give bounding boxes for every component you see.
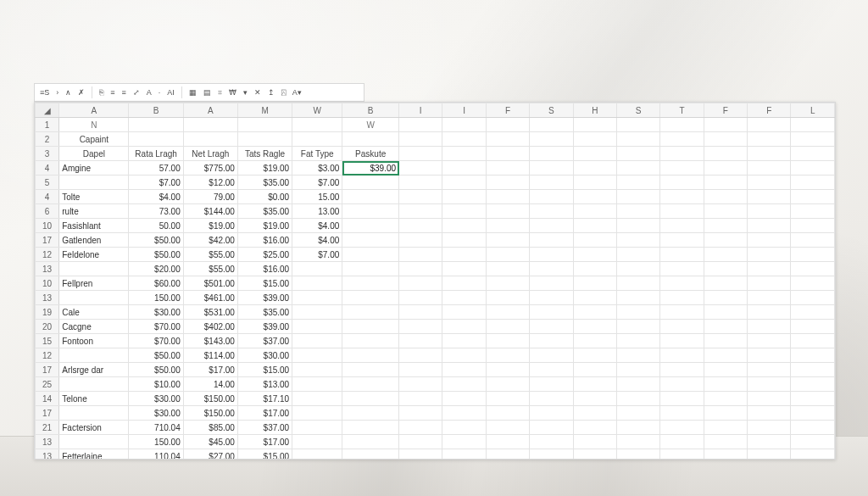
row-header[interactable]: 17 xyxy=(36,233,59,248)
cell[interactable]: $25.00 xyxy=(237,248,292,262)
cell[interactable] xyxy=(342,348,399,363)
toolbar-button[interactable]: ∧ xyxy=(64,88,73,98)
cell[interactable]: 79.00 xyxy=(183,190,237,204)
cell[interactable] xyxy=(486,291,529,305)
table-row[interactable]: 10Fasishlant50.00$19.00$19.00$4.00 xyxy=(36,219,835,233)
cell[interactable]: $20.00 xyxy=(129,262,183,276)
toolbar-button[interactable]: ↥ xyxy=(266,88,276,98)
cell[interactable] xyxy=(791,377,835,392)
cell[interactable] xyxy=(660,161,704,176)
cell[interactable] xyxy=(704,449,747,460)
cell[interactable]: Cacgne xyxy=(59,320,129,334)
cell[interactable]: 710.04 xyxy=(129,421,183,435)
cell[interactable]: $37.00 xyxy=(237,421,292,435)
cell[interactable] xyxy=(399,305,442,320)
cell[interactable]: Amgine xyxy=(59,161,129,176)
cell[interactable] xyxy=(442,176,486,190)
toolbar-button[interactable]: A xyxy=(145,88,153,98)
cell[interactable] xyxy=(748,233,791,248)
cell[interactable] xyxy=(704,132,747,147)
cell[interactable] xyxy=(704,334,747,348)
cell[interactable]: rulte xyxy=(59,204,129,219)
cell[interactable]: $531.00 xyxy=(183,305,237,320)
cell[interactable] xyxy=(660,449,704,460)
cell[interactable] xyxy=(342,276,399,291)
cell[interactable] xyxy=(748,204,791,219)
cell[interactable] xyxy=(342,320,399,334)
cell[interactable] xyxy=(292,377,342,392)
table-row[interactable]: 6rulte73.00$144.00$35.0013.00 xyxy=(36,204,835,219)
cell[interactable]: Fasishlant xyxy=(59,219,129,233)
cell[interactable] xyxy=(616,248,659,262)
cell[interactable] xyxy=(530,421,573,435)
table-row[interactable]: 17Arlsrge dar$50.00$17.00$15.00 xyxy=(36,363,835,377)
cell[interactable] xyxy=(486,176,529,190)
cell[interactable]: $17.00 xyxy=(237,406,292,421)
cell[interactable] xyxy=(442,377,486,392)
cell[interactable]: Rata Lragh xyxy=(129,147,183,161)
cell[interactable] xyxy=(342,233,399,248)
cell[interactable]: W xyxy=(342,118,399,132)
cell[interactable] xyxy=(399,204,442,219)
cell[interactable] xyxy=(748,132,791,147)
cell[interactable] xyxy=(292,406,342,421)
toolbar-button[interactable]: · xyxy=(157,88,163,98)
cell[interactable] xyxy=(59,435,129,449)
cell[interactable] xyxy=(704,392,747,406)
cell[interactable] xyxy=(399,118,442,132)
cell[interactable] xyxy=(342,435,399,449)
cell[interactable] xyxy=(442,219,486,233)
cell[interactable] xyxy=(704,219,747,233)
cell[interactable]: $114.00 xyxy=(183,348,237,363)
table-row[interactable]: 14Telone$30.00$150.00$17.10 xyxy=(36,392,835,406)
cell[interactable] xyxy=(59,377,129,392)
cell[interactable] xyxy=(791,262,835,276)
cell[interactable] xyxy=(791,363,835,377)
selected-cell[interactable]: $39.00 xyxy=(342,161,399,176)
column-header[interactable]: B xyxy=(342,103,399,118)
cell[interactable]: $30.00 xyxy=(237,348,292,363)
cell[interactable]: $19.00 xyxy=(237,161,292,176)
cell[interactable] xyxy=(530,204,573,219)
cell[interactable] xyxy=(748,392,791,406)
cell[interactable] xyxy=(748,449,791,460)
cell[interactable] xyxy=(486,204,529,219)
cell[interactable] xyxy=(748,190,791,204)
cell[interactable] xyxy=(486,435,529,449)
cell[interactable] xyxy=(183,118,237,132)
toolbar-button[interactable]: ▾ xyxy=(242,88,249,98)
cell[interactable] xyxy=(530,248,573,262)
cell[interactable] xyxy=(442,147,486,161)
cell[interactable] xyxy=(292,449,342,460)
select-all-corner[interactable]: ◢ xyxy=(36,103,59,118)
cell[interactable] xyxy=(530,176,573,190)
cell[interactable]: $16.00 xyxy=(237,233,292,248)
cell[interactable] xyxy=(616,204,659,219)
cell[interactable]: $150.00 xyxy=(183,406,237,421)
cell[interactable] xyxy=(129,118,183,132)
cell[interactable]: $45.00 xyxy=(183,435,237,449)
column-header[interactable]: H xyxy=(573,103,616,118)
row-header[interactable]: 13 xyxy=(36,291,59,305)
cell[interactable] xyxy=(530,262,573,276)
cell[interactable] xyxy=(616,363,659,377)
cell[interactable] xyxy=(573,176,616,190)
cell[interactable] xyxy=(530,219,573,233)
cell[interactable] xyxy=(748,248,791,262)
cell[interactable] xyxy=(342,262,399,276)
cell[interactable] xyxy=(573,435,616,449)
cell[interactable] xyxy=(486,363,529,377)
cell[interactable] xyxy=(399,233,442,248)
cell[interactable] xyxy=(748,334,791,348)
cell[interactable] xyxy=(704,176,747,190)
cell[interactable] xyxy=(791,435,835,449)
cell[interactable]: $4.00 xyxy=(129,190,183,204)
cell[interactable]: $17.00 xyxy=(237,435,292,449)
row-header[interactable]: 21 xyxy=(36,421,59,435)
cell[interactable] xyxy=(530,190,573,204)
table-row[interactable]: 13150.00$45.00$17.00 xyxy=(36,435,835,449)
cell[interactable] xyxy=(292,435,342,449)
cell[interactable] xyxy=(704,406,747,421)
column-header[interactable]: A xyxy=(59,103,129,118)
cell[interactable] xyxy=(791,320,835,334)
